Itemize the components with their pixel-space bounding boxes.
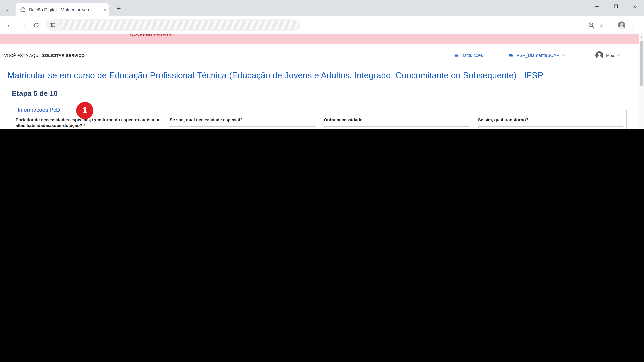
government-banner-text: GOVERNO FEDERAL (130, 34, 174, 37)
reload-button[interactable] (30, 19, 42, 31)
select-value: ---- (174, 129, 180, 129)
nav-institutions[interactable]: Instituições (453, 53, 483, 58)
field-portador: Portador de necessidades especiais, tran… (16, 117, 161, 129)
page-title: Matricular-se em curso de Educação Profi… (7, 70, 630, 81)
browser-titlebar: ⌄ Balcão Digital - Matricular-se e × + × (0, 0, 644, 16)
redacted-url (60, 20, 298, 29)
portal-page: GOVERNO FEDERAL VOCÊ ESTÁ AQUI: SOLICITA… (0, 34, 639, 129)
top-navigation: Instituições IFSP_DiamanteSUAP (453, 51, 620, 60)
government-banner: GOVERNO FEDERAL (0, 34, 639, 44)
user-avatar-icon (595, 51, 604, 60)
maximize-button[interactable] (606, 0, 625, 13)
tab-title: Balcão Digital - Matricular-se e (29, 7, 101, 12)
step-indicator: Etapa 5 de 10 (12, 89, 638, 98)
nav-institutions-label: Instituições (460, 53, 483, 58)
globe-favicon-icon (20, 7, 26, 12)
forward-button[interactable]: → (17, 19, 29, 31)
field-outra-necessidade: Outra necessidade: (324, 117, 469, 129)
nav-user-label: Meu (606, 53, 614, 57)
window-controls: × (588, 0, 644, 13)
browser-toolbar: ← → (0, 16, 644, 34)
chevron-down-icon (562, 54, 565, 56)
nav-tenant-dropdown[interactable]: IFSP_DiamanteSUAP (508, 53, 565, 58)
field-transtorno: Se sim, qual transtorno? ---- ▾ (478, 117, 623, 129)
field-label: Outra necessidade: (324, 117, 469, 123)
site-settings-icon[interactable] (50, 22, 56, 28)
browser-tab[interactable]: Balcão Digital - Matricular-se e × (16, 3, 109, 16)
scrollbar-thumb[interactable] (640, 41, 643, 86)
necessidade-select[interactable]: ---- ▾ (170, 126, 315, 129)
pcd-grid: Portador de necessidades especiais, tran… (16, 115, 623, 129)
field-label: Se sim, qual transtorno? (478, 117, 623, 123)
fieldset-pcd-wrap: 1 Informações PcD Portador de necessidad… (12, 107, 627, 129)
page-scrollbar[interactable]: ▲ ▼ (639, 34, 644, 129)
tab-close-icon[interactable]: × (103, 7, 106, 12)
institution-bank-icon (508, 53, 513, 58)
scroll-up-icon[interactable]: ▲ (639, 34, 644, 40)
minimize-button[interactable] (588, 0, 606, 13)
address-bar[interactable] (46, 19, 300, 31)
back-button[interactable]: ← (4, 19, 16, 31)
fieldset-legend: Informações PcD (16, 107, 62, 113)
page-content: ▲ ▼ GOVERNO FEDERAL VOCÊ ESTÁ AQUI: SOLI… (0, 34, 644, 129)
browser-menu-kebab-icon[interactable]: ⋮ (627, 19, 638, 30)
nav-user-menu[interactable]: Meu (595, 51, 620, 60)
zoom-icon[interactable] (586, 19, 596, 30)
field-label: Portador de necessidades especiais, tran… (16, 117, 161, 129)
breadcrumb-prefix: VOCÊ ESTÁ AQUI: (4, 53, 41, 57)
close-button[interactable]: × (625, 0, 644, 13)
breadcrumb-row: VOCÊ ESTÁ AQUI: SOLICITAR SERVIÇO Instit… (0, 44, 639, 60)
tab-search-chevron-icon[interactable]: ⌄ (3, 4, 12, 13)
bookmark-star-icon[interactable]: ☆ (596, 19, 607, 30)
reload-icon (33, 22, 39, 28)
field-necessidade: Se sim, qual necessidade especial? ---- … (170, 117, 315, 129)
field-label: Se sim, qual necessidade especial? (170, 117, 315, 123)
transtorno-select[interactable]: ---- ▾ (478, 126, 623, 129)
profile-avatar[interactable] (616, 19, 627, 30)
screen: ⌄ Balcão Digital - Matricular-se e × + ×… (0, 0, 644, 129)
step-badge-1: 1 (76, 102, 94, 119)
breadcrumb: VOCÊ ESTÁ AQUI: SOLICITAR SERVIÇO (4, 53, 85, 57)
toolbar-actions: ☆ ⋮ (586, 19, 641, 30)
chevron-down-icon (616, 54, 620, 56)
new-tab-button[interactable]: + (114, 4, 124, 13)
outra-necessidade-input[interactable] (324, 126, 469, 129)
nav-tenant-label: IFSP_DiamanteSUAP (515, 53, 560, 58)
list-icon (453, 53, 458, 58)
select-value: ---- (482, 129, 488, 129)
fieldset-informacoes-pcd: Informações PcD Portador de necessidades… (12, 107, 627, 129)
breadcrumb-current: SOLICITAR SERVIÇO (42, 53, 85, 57)
